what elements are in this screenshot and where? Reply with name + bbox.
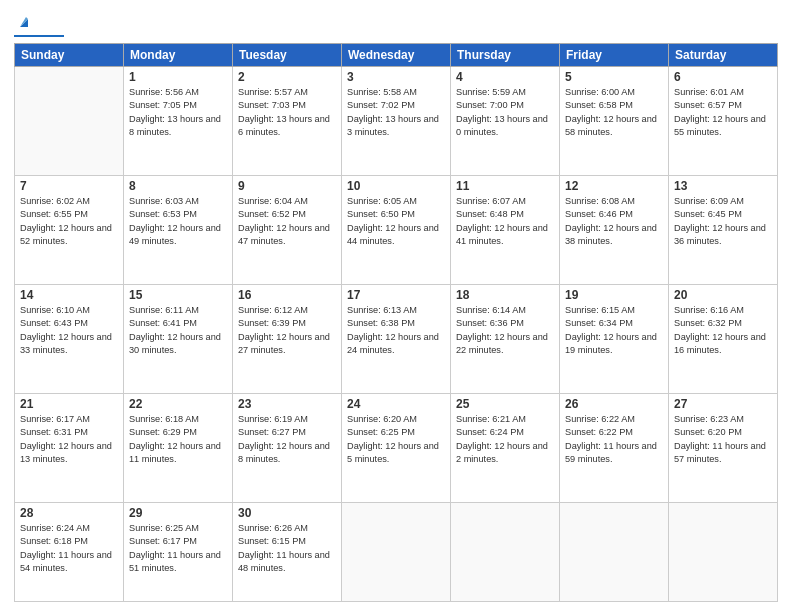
header-tuesday: Tuesday [233,44,342,67]
day-info: Sunrise: 6:22 AMSunset: 6:22 PMDaylight:… [565,413,663,466]
day-info: Sunrise: 6:00 AMSunset: 6:58 PMDaylight:… [565,86,663,139]
calendar-cell: 28Sunrise: 6:24 AMSunset: 6:18 PMDayligh… [15,502,124,601]
day-info: Sunrise: 6:23 AMSunset: 6:20 PMDaylight:… [674,413,772,466]
calendar-cell: 24Sunrise: 6:20 AMSunset: 6:25 PMDayligh… [342,393,451,502]
calendar-cell: 11Sunrise: 6:07 AMSunset: 6:48 PMDayligh… [451,175,560,284]
calendar-cell: 4Sunrise: 5:59 AMSunset: 7:00 PMDaylight… [451,67,560,176]
day-info: Sunrise: 6:26 AMSunset: 6:15 PMDaylight:… [238,522,336,575]
day-info: Sunrise: 6:21 AMSunset: 6:24 PMDaylight:… [456,413,554,466]
day-info: Sunrise: 6:24 AMSunset: 6:18 PMDaylight:… [20,522,118,575]
day-number: 28 [20,506,118,520]
day-number: 7 [20,179,118,193]
logo-icon [16,13,32,29]
calendar-cell: 17Sunrise: 6:13 AMSunset: 6:38 PMDayligh… [342,284,451,393]
day-number: 4 [456,70,554,84]
day-number: 8 [129,179,227,193]
day-info: Sunrise: 6:25 AMSunset: 6:17 PMDaylight:… [129,522,227,575]
week-row-4: 21Sunrise: 6:17 AMSunset: 6:31 PMDayligh… [15,393,778,502]
day-info: Sunrise: 5:58 AMSunset: 7:02 PMDaylight:… [347,86,445,139]
calendar-cell: 19Sunrise: 6:15 AMSunset: 6:34 PMDayligh… [560,284,669,393]
day-number: 13 [674,179,772,193]
header-thursday: Thursday [451,44,560,67]
calendar-cell: 6Sunrise: 6:01 AMSunset: 6:57 PMDaylight… [669,67,778,176]
day-info: Sunrise: 6:10 AMSunset: 6:43 PMDaylight:… [20,304,118,357]
header-monday: Monday [124,44,233,67]
day-info: Sunrise: 6:16 AMSunset: 6:32 PMDaylight:… [674,304,772,357]
day-info: Sunrise: 6:17 AMSunset: 6:31 PMDaylight:… [20,413,118,466]
weekday-header-row: Sunday Monday Tuesday Wednesday Thursday… [15,44,778,67]
calendar-cell: 30Sunrise: 6:26 AMSunset: 6:15 PMDayligh… [233,502,342,601]
calendar-cell [451,502,560,601]
calendar-cell: 7Sunrise: 6:02 AMSunset: 6:55 PMDaylight… [15,175,124,284]
day-info: Sunrise: 6:01 AMSunset: 6:57 PMDaylight:… [674,86,772,139]
day-info: Sunrise: 6:14 AMSunset: 6:36 PMDaylight:… [456,304,554,357]
calendar-cell: 18Sunrise: 6:14 AMSunset: 6:36 PMDayligh… [451,284,560,393]
day-number: 9 [238,179,336,193]
day-number: 14 [20,288,118,302]
calendar-cell [15,67,124,176]
header-sunday: Sunday [15,44,124,67]
page: Sunday Monday Tuesday Wednesday Thursday… [0,0,792,612]
week-row-2: 7Sunrise: 6:02 AMSunset: 6:55 PMDaylight… [15,175,778,284]
day-number: 25 [456,397,554,411]
calendar-cell: 10Sunrise: 6:05 AMSunset: 6:50 PMDayligh… [342,175,451,284]
header-wednesday: Wednesday [342,44,451,67]
calendar-cell: 14Sunrise: 6:10 AMSunset: 6:43 PMDayligh… [15,284,124,393]
day-number: 23 [238,397,336,411]
day-number: 5 [565,70,663,84]
day-info: Sunrise: 6:07 AMSunset: 6:48 PMDaylight:… [456,195,554,248]
day-number: 6 [674,70,772,84]
day-number: 11 [456,179,554,193]
logo-line [14,35,64,37]
header-saturday: Saturday [669,44,778,67]
day-number: 27 [674,397,772,411]
header [14,10,778,37]
day-number: 26 [565,397,663,411]
calendar-cell: 9Sunrise: 6:04 AMSunset: 6:52 PMDaylight… [233,175,342,284]
calendar-cell: 21Sunrise: 6:17 AMSunset: 6:31 PMDayligh… [15,393,124,502]
week-row-1: 1Sunrise: 5:56 AMSunset: 7:05 PMDaylight… [15,67,778,176]
day-number: 2 [238,70,336,84]
calendar-cell: 3Sunrise: 5:58 AMSunset: 7:02 PMDaylight… [342,67,451,176]
day-info: Sunrise: 6:02 AMSunset: 6:55 PMDaylight:… [20,195,118,248]
day-number: 1 [129,70,227,84]
day-number: 24 [347,397,445,411]
day-number: 18 [456,288,554,302]
calendar-cell: 20Sunrise: 6:16 AMSunset: 6:32 PMDayligh… [669,284,778,393]
day-number: 17 [347,288,445,302]
calendar-cell: 5Sunrise: 6:00 AMSunset: 6:58 PMDaylight… [560,67,669,176]
day-number: 19 [565,288,663,302]
day-number: 22 [129,397,227,411]
day-info: Sunrise: 6:12 AMSunset: 6:39 PMDaylight:… [238,304,336,357]
calendar-cell: 27Sunrise: 6:23 AMSunset: 6:20 PMDayligh… [669,393,778,502]
calendar-cell: 29Sunrise: 6:25 AMSunset: 6:17 PMDayligh… [124,502,233,601]
day-info: Sunrise: 6:04 AMSunset: 6:52 PMDaylight:… [238,195,336,248]
header-friday: Friday [560,44,669,67]
day-info: Sunrise: 6:19 AMSunset: 6:27 PMDaylight:… [238,413,336,466]
week-row-5: 28Sunrise: 6:24 AMSunset: 6:18 PMDayligh… [15,502,778,601]
day-number: 16 [238,288,336,302]
logo [14,14,64,37]
day-info: Sunrise: 6:20 AMSunset: 6:25 PMDaylight:… [347,413,445,466]
day-number: 10 [347,179,445,193]
day-info: Sunrise: 6:11 AMSunset: 6:41 PMDaylight:… [129,304,227,357]
day-info: Sunrise: 5:57 AMSunset: 7:03 PMDaylight:… [238,86,336,139]
calendar-cell: 22Sunrise: 6:18 AMSunset: 6:29 PMDayligh… [124,393,233,502]
calendar-cell: 8Sunrise: 6:03 AMSunset: 6:53 PMDaylight… [124,175,233,284]
day-info: Sunrise: 6:08 AMSunset: 6:46 PMDaylight:… [565,195,663,248]
calendar-cell [342,502,451,601]
calendar-cell: 15Sunrise: 6:11 AMSunset: 6:41 PMDayligh… [124,284,233,393]
day-info: Sunrise: 6:18 AMSunset: 6:29 PMDaylight:… [129,413,227,466]
day-info: Sunrise: 6:09 AMSunset: 6:45 PMDaylight:… [674,195,772,248]
day-number: 20 [674,288,772,302]
calendar-cell: 26Sunrise: 6:22 AMSunset: 6:22 PMDayligh… [560,393,669,502]
calendar-cell [560,502,669,601]
week-row-3: 14Sunrise: 6:10 AMSunset: 6:43 PMDayligh… [15,284,778,393]
calendar-table: Sunday Monday Tuesday Wednesday Thursday… [14,43,778,602]
calendar-cell: 23Sunrise: 6:19 AMSunset: 6:27 PMDayligh… [233,393,342,502]
calendar-cell [669,502,778,601]
calendar-cell: 16Sunrise: 6:12 AMSunset: 6:39 PMDayligh… [233,284,342,393]
day-number: 29 [129,506,227,520]
day-number: 30 [238,506,336,520]
day-number: 3 [347,70,445,84]
